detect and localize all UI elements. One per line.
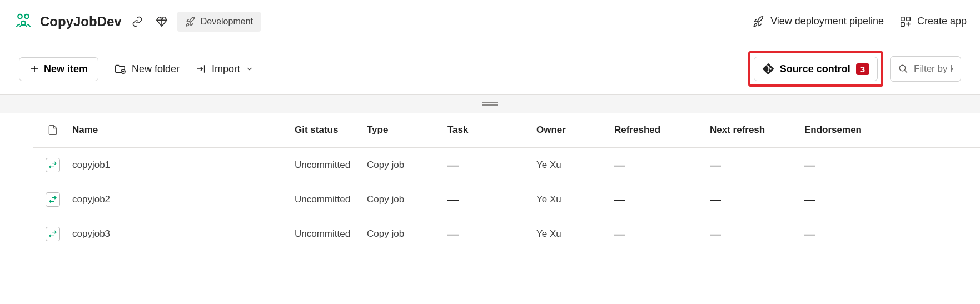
workspace-header: CopyJobDev Development — [0, 0, 980, 43]
copyjob-icon — [46, 192, 60, 207]
row-owner: Ye Xu — [536, 228, 614, 240]
table-row[interactable]: copyjob3 Uncommitted Copy job — Ye Xu — … — [33, 217, 980, 251]
col-header-icon[interactable] — [33, 124, 72, 136]
chevron-down-icon — [246, 65, 253, 73]
row-task: — — [447, 193, 536, 206]
row-endorsement: — — [804, 228, 882, 241]
row-refreshed: — — [614, 228, 710, 241]
row-endorsement: — — [804, 159, 882, 172]
create-app-button[interactable]: Create app — [899, 16, 967, 28]
source-control-highlight: Source control 3 — [748, 51, 883, 87]
row-task: — — [447, 159, 536, 172]
source-control-label: Source control — [780, 63, 850, 75]
row-name[interactable]: copyjob3 — [72, 228, 295, 240]
row-name[interactable]: copyjob2 — [72, 194, 295, 205]
row-icon-cell — [33, 158, 72, 172]
row-owner: Ye Xu — [536, 160, 614, 171]
row-next: — — [710, 193, 804, 206]
svg-point-0 — [18, 14, 22, 19]
row-icon-cell — [33, 192, 72, 207]
row-git: Uncommitted — [295, 228, 367, 240]
folder-plus-icon — [114, 63, 126, 75]
col-header-task[interactable]: Task — [447, 124, 536, 136]
row-type: Copy job — [367, 194, 447, 205]
svg-point-1 — [24, 14, 29, 19]
git-icon — [762, 63, 774, 75]
header-left: CopyJobDev Development — [13, 11, 261, 32]
rocket-icon — [753, 16, 765, 28]
source-control-count: 3 — [856, 63, 869, 75]
row-next: — — [710, 159, 804, 172]
copyjob-icon — [46, 158, 60, 172]
row-icon-cell — [33, 227, 72, 241]
table-header-row: Name Git status Type Task Owner Refreshe… — [33, 113, 980, 148]
items-table: Name Git status Type Task Owner Refreshe… — [0, 113, 980, 251]
new-item-button[interactable]: New item — [19, 57, 98, 81]
import-button[interactable]: Import — [195, 63, 253, 75]
workspace-title: CopyJobDev — [40, 14, 122, 29]
toolbar: New item New folder Import — [0, 43, 980, 95]
stage-label: Development — [201, 17, 253, 27]
stage-badge[interactable]: Development — [177, 12, 261, 32]
copyjob-icon — [46, 227, 60, 241]
svg-rect-5 — [901, 22, 904, 26]
col-header-endorsement[interactable]: Endorsemen — [804, 124, 882, 136]
row-task: — — [447, 228, 536, 241]
table-row[interactable]: copyjob1 Uncommitted Copy job — Ye Xu — … — [33, 148, 980, 182]
filter-input[interactable] — [914, 63, 953, 74]
rocket-icon — [185, 16, 196, 27]
search-icon — [898, 64, 908, 74]
create-app-label: Create app — [917, 16, 967, 27]
row-endorsement: — — [804, 193, 882, 206]
view-pipeline-button[interactable]: View deployment pipeline — [753, 16, 884, 28]
file-icon — [47, 124, 58, 136]
header-right: View deployment pipeline Create app — [753, 16, 967, 28]
row-git: Uncommitted — [295, 160, 367, 171]
table-row[interactable]: copyjob2 Uncommitted Copy job — Ye Xu — … — [33, 182, 980, 217]
row-name[interactable]: copyjob1 — [72, 160, 295, 171]
row-owner: Ye Xu — [536, 194, 614, 205]
new-folder-button[interactable]: New folder — [114, 63, 180, 75]
col-header-type[interactable]: Type — [367, 124, 447, 136]
toolbar-left: New item New folder Import — [19, 57, 253, 81]
row-type: Copy job — [367, 160, 447, 171]
app-grid-icon — [899, 16, 912, 28]
new-folder-label: New folder — [132, 63, 180, 75]
row-refreshed: — — [614, 159, 710, 172]
diamond-icon[interactable] — [153, 13, 171, 31]
svg-rect-3 — [901, 17, 904, 20]
view-pipeline-label: View deployment pipeline — [770, 16, 884, 27]
row-git: Uncommitted — [295, 194, 367, 205]
workspace-icon — [13, 11, 33, 32]
col-header-git[interactable]: Git status — [295, 124, 367, 136]
row-refreshed: — — [614, 193, 710, 206]
new-item-label: New item — [44, 63, 88, 75]
plus-icon — [29, 64, 39, 74]
svg-rect-4 — [907, 17, 910, 20]
link-icon[interactable] — [128, 13, 146, 31]
drag-handle-icon — [482, 102, 498, 106]
row-next: — — [710, 228, 804, 241]
col-header-name[interactable]: Name — [72, 124, 295, 136]
col-header-owner[interactable]: Owner — [536, 124, 614, 136]
col-header-refreshed[interactable]: Refreshed — [614, 124, 710, 136]
resize-handle[interactable] — [0, 95, 980, 113]
svg-point-7 — [899, 65, 906, 71]
import-label: Import — [212, 63, 240, 75]
row-type: Copy job — [367, 228, 447, 240]
col-header-next[interactable]: Next refresh — [710, 124, 804, 136]
filter-box[interactable] — [890, 56, 961, 82]
import-icon — [195, 63, 206, 74]
source-control-button[interactable]: Source control 3 — [754, 57, 878, 81]
toolbar-right: Source control 3 — [748, 51, 961, 87]
